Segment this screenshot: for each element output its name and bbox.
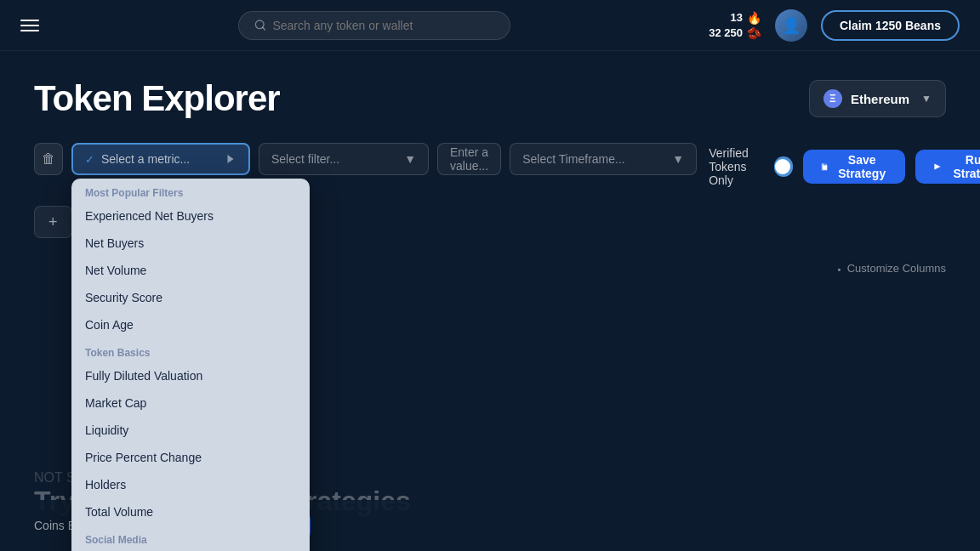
customize-label: Customize Columns bbox=[847, 262, 946, 275]
dropdown-item-holders[interactable]: Holders bbox=[71, 471, 310, 498]
network-selector[interactable]: Ξ Ethereum ▼ bbox=[809, 80, 946, 117]
checkmark-icon: ✓ bbox=[85, 153, 94, 166]
claim-button[interactable]: Claim 1250 Beans bbox=[821, 10, 960, 41]
stat-count2: 32 250 bbox=[709, 26, 743, 39]
plus-icon: + bbox=[48, 213, 58, 231]
main-content: Token Explorer Ξ Ethereum ▼ 🗑 ✓ Select a… bbox=[0, 51, 980, 305]
run-label: Run Strategy bbox=[949, 153, 980, 180]
value-placeholder: Enter a value... bbox=[450, 145, 488, 173]
item-label: Holders bbox=[85, 478, 126, 491]
cursor-icon bbox=[225, 153, 236, 165]
verified-tokens-row: Verified Tokens Only bbox=[709, 146, 793, 187]
metric-trigger[interactable]: ✓ Select a metric... bbox=[71, 143, 250, 175]
filter-chevron-icon: ▼ bbox=[404, 152, 416, 166]
dropdown-item-net-buyers[interactable]: Net Buyers bbox=[71, 230, 310, 257]
customize-icon bbox=[830, 263, 842, 275]
svg-line-1 bbox=[262, 27, 265, 30]
dropdown-item-coin-age[interactable]: Coin Age bbox=[71, 311, 310, 338]
timeframe-label: Select Timeframe... bbox=[522, 152, 625, 166]
save-icon bbox=[820, 160, 829, 173]
dropdown-section-token-basics: Token Basics bbox=[71, 338, 310, 362]
item-label: Coin Age bbox=[85, 318, 134, 332]
dropdown-item-net-volume[interactable]: Net Volume bbox=[71, 257, 310, 284]
eth-symbol: Ξ bbox=[829, 93, 836, 105]
dropdown-item-security-score[interactable]: Security Score bbox=[71, 284, 310, 311]
filter-delete-button[interactable]: 🗑 bbox=[34, 143, 63, 175]
add-filter-button[interactable]: + bbox=[34, 206, 72, 238]
metric-dropdown-menu: Most Popular Filters Experienced Net Buy… bbox=[71, 179, 310, 551]
save-strategy-button[interactable]: Save Strategy bbox=[803, 150, 905, 184]
header-right: 13 🔥 32 250 🫘 👤 Claim 1250 Beans bbox=[709, 9, 960, 42]
filter-actions-wrapper: 🗑 ✓ Select a metric... Most Popular Filt… bbox=[34, 143, 946, 190]
dropdown-item-liquidity[interactable]: Liquidity bbox=[71, 417, 310, 444]
search-input[interactable] bbox=[272, 19, 493, 32]
dropdown-section-popular: Most Popular Filters bbox=[71, 179, 310, 202]
filter-actions-right: Verified Tokens Only Save Strategy Run S… bbox=[709, 146, 980, 187]
filter-row: 🗑 ✓ Select a metric... Most Popular Filt… bbox=[34, 143, 697, 175]
timeframe-select[interactable]: Select Timeframe... ▼ bbox=[510, 143, 697, 175]
value-input[interactable]: Enter a value... bbox=[437, 143, 501, 175]
svg-rect-2 bbox=[838, 269, 840, 271]
item-label: Net Volume bbox=[85, 264, 146, 277]
dropdown-section-social: Social Media bbox=[71, 525, 310, 549]
item-label: Security Score bbox=[85, 291, 162, 304]
item-label: Market Cap bbox=[85, 396, 146, 410]
toggle-knob bbox=[775, 159, 790, 174]
bean-icon: 🫘 bbox=[747, 26, 761, 40]
filter-select-label: Select filter... bbox=[271, 152, 339, 166]
search-icon bbox=[254, 19, 266, 31]
item-label: Experienced Net Buyers bbox=[85, 209, 214, 223]
fire-icon: 🔥 bbox=[747, 11, 761, 25]
verified-toggle[interactable] bbox=[774, 156, 793, 177]
dropdown-item-fdv[interactable]: Fully Diluted Valuation bbox=[71, 362, 310, 389]
metric-trigger-label: Select a metric... bbox=[101, 152, 218, 166]
page-title: Token Explorer bbox=[34, 78, 280, 119]
page-title-row: Token Explorer Ξ Ethereum ▼ bbox=[34, 78, 946, 119]
item-label: Net Buyers bbox=[85, 236, 144, 250]
item-label: Fully Diluted Valuation bbox=[85, 369, 202, 383]
dropdown-item-total-volume[interactable]: Total Volume bbox=[71, 498, 310, 525]
dropdown-item-market-cap[interactable]: Market Cap bbox=[71, 389, 310, 417]
avatar[interactable]: 👤 bbox=[775, 9, 807, 42]
customize-columns-link[interactable]: Customize Columns bbox=[830, 262, 946, 275]
dropdown-item-price-pct[interactable]: Price Percent Change bbox=[71, 444, 310, 471]
timeframe-chevron-icon: ▼ bbox=[672, 152, 684, 166]
item-label: Price Percent Change bbox=[85, 451, 202, 464]
item-label: Liquidity bbox=[85, 423, 128, 437]
stat-count1: 13 bbox=[730, 11, 742, 24]
eth-icon: Ξ bbox=[823, 89, 842, 108]
metric-dropdown-container: ✓ Select a metric... Most Popular Filter… bbox=[71, 143, 250, 175]
dropdown-item-exp-net-buyers[interactable]: Experienced Net Buyers bbox=[71, 202, 310, 230]
header-left bbox=[20, 20, 39, 31]
save-label: Save Strategy bbox=[835, 153, 887, 180]
network-name: Ethereum bbox=[851, 92, 909, 106]
verified-label: Verified Tokens Only bbox=[709, 146, 766, 187]
header: 13 🔥 32 250 🫘 👤 Claim 1250 Beans bbox=[0, 0, 980, 51]
chevron-down-icon: ▼ bbox=[921, 93, 932, 105]
filter-select[interactable]: Select filter... ▼ bbox=[259, 143, 429, 175]
run-icon bbox=[932, 160, 943, 173]
run-strategy-button[interactable]: Run Strategy 1 bbox=[915, 150, 980, 184]
item-label: Total Volume bbox=[85, 505, 153, 519]
hamburger-menu[interactable] bbox=[20, 20, 39, 31]
search-bar[interactable] bbox=[238, 11, 510, 40]
stats-display: 13 🔥 32 250 🫘 bbox=[709, 11, 761, 40]
